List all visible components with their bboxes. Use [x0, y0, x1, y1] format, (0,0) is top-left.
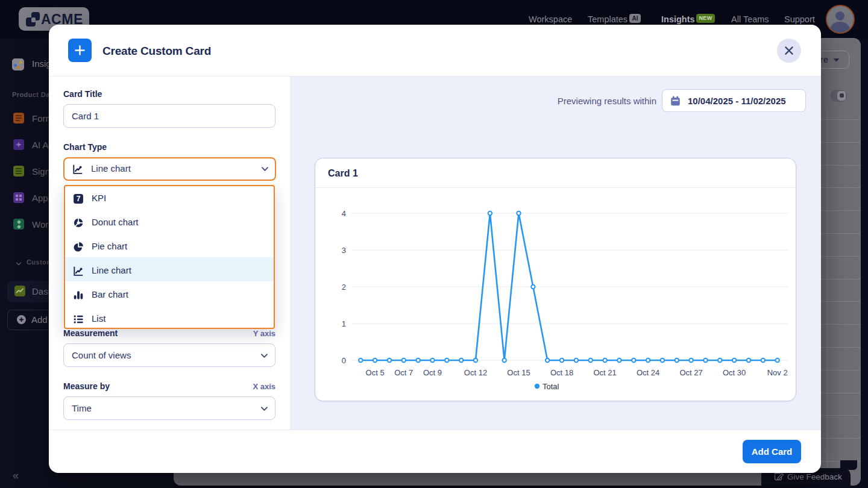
svg-text:Oct 5: Oct 5	[366, 368, 385, 377]
svg-text:Oct 15: Oct 15	[507, 368, 530, 377]
svg-text:0: 0	[342, 356, 346, 365]
svg-text:7: 7	[77, 195, 81, 203]
svg-text:Oct 18: Oct 18	[550, 368, 573, 377]
svg-text:4: 4	[342, 209, 346, 218]
svg-text:Oct 21: Oct 21	[593, 368, 616, 377]
svg-text:Oct 9: Oct 9	[423, 368, 442, 377]
svg-text:Oct 27: Oct 27	[679, 368, 702, 377]
svg-text:Total: Total	[542, 382, 559, 391]
svg-text:Oct 12: Oct 12	[464, 368, 487, 377]
svg-text:Oct 24: Oct 24	[637, 368, 659, 377]
svg-text:3: 3	[342, 246, 346, 255]
svg-text:2: 2	[342, 283, 346, 292]
svg-text:Oct 30: Oct 30	[723, 368, 746, 377]
svg-text:Oct 7: Oct 7	[394, 368, 413, 377]
svg-text:1: 1	[342, 319, 346, 328]
svg-text:Nov 2: Nov 2	[767, 368, 788, 377]
